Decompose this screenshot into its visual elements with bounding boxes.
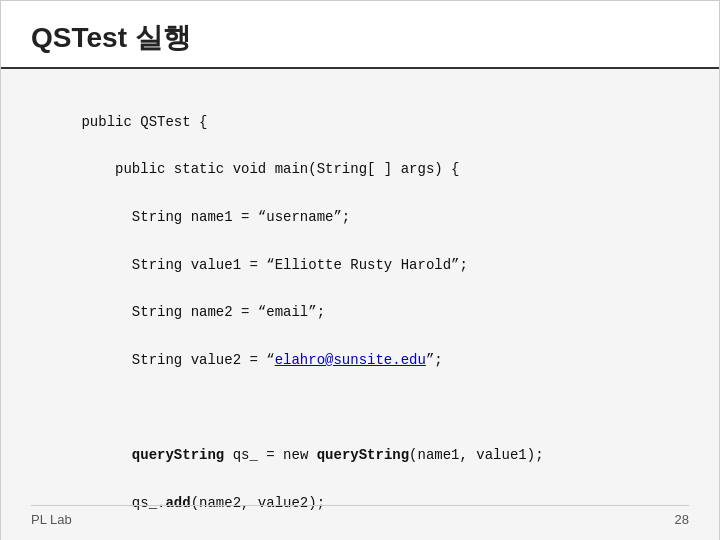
slide: QSTest 실행 public QSTest { public static … — [0, 0, 720, 540]
code-line-8-mid: qs_ = new — [224, 447, 316, 463]
code-line-5: String name2 = “email”; — [81, 304, 325, 320]
footer: PL Lab 28 — [31, 505, 689, 527]
code-line-8-bold2: queryString — [317, 447, 409, 463]
code-line-6-pre: String value2 = “ — [81, 352, 274, 368]
code-line-2: public static void main(String[ ] args) … — [81, 161, 459, 177]
content-area: public QSTest { public static void main(… — [1, 69, 719, 540]
code-line-6-post: ”; — [426, 352, 443, 368]
code-line-6-link: elahro@sunsite.edu — [275, 352, 426, 368]
code-block: public QSTest { public static void main(… — [31, 87, 689, 540]
code-line-8-post: (name1, value1); — [409, 447, 543, 463]
slide-title: QSTest 실행 — [31, 22, 191, 53]
footer-right: 28 — [675, 512, 689, 527]
code-line-8-bold1: queryString — [132, 447, 224, 463]
code-line-3: String name1 = “username”; — [81, 209, 350, 225]
code-line-1: public QSTest { — [81, 114, 207, 130]
code-line-8-pre — [81, 447, 131, 463]
code-line-4: String value1 = “Elliotte Rusty Harold”; — [81, 257, 467, 273]
footer-left: PL Lab — [31, 512, 72, 527]
title-bar: QSTest 실행 — [1, 1, 719, 69]
